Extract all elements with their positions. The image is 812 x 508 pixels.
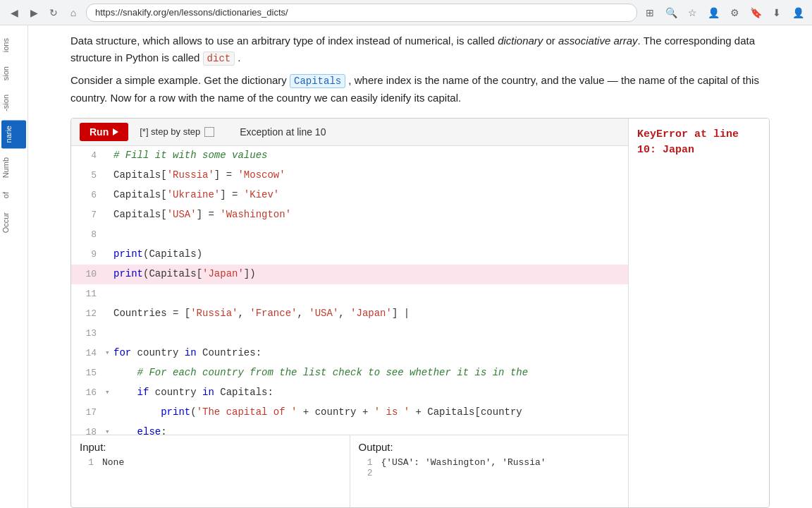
output-row-1: 1 {'USA': 'Washington', 'Russia' — [359, 457, 620, 468]
exception-text: Exception at line 10 — [240, 126, 326, 138]
line-num-14: 14 — [77, 345, 97, 361]
period: . — [235, 52, 240, 64]
code-area: Run [*] step by step Exception at line 1… — [70, 118, 770, 508]
line-fold-16[interactable]: ▾ — [105, 386, 113, 400]
home-button[interactable]: ⌂ — [66, 6, 80, 20]
step-by-step-area: [*] step by step — [140, 126, 214, 137]
italic-assoc-array: associative array — [558, 35, 638, 47]
line-fold-18[interactable]: ▾ — [105, 425, 113, 435]
input-value-1: None — [102, 457, 124, 468]
code-line-7: 7 Capitals['USA'] = 'Washington' — [71, 205, 628, 225]
line-code-10: print(Capitals['Japan']) — [113, 265, 256, 283]
browser-icons: ⊞ 🔍 ☆ 👤 ⚙ 🔖 ⬇ 👤 — [643, 6, 805, 20]
code-line-16: 16 ▾ if country in Capitals: — [71, 383, 628, 403]
line-num-10: 10 — [77, 266, 97, 282]
output-linenum-2: 2 — [359, 468, 373, 478]
line-code-15: # For each country from the list check t… — [113, 364, 528, 382]
line-num-12: 12 — [77, 306, 97, 322]
cast-icon[interactable]: ⊞ — [643, 6, 657, 20]
output-section: Output: 1 {'USA': 'Washington', 'Russia'… — [350, 435, 629, 507]
error-panel: KeyError at line 10: Japan — [628, 119, 769, 507]
intro-paragraph-1: Data structure, which allows to use an a… — [70, 32, 770, 66]
dict-code: dict — [203, 52, 235, 66]
back-button[interactable]: ◀ — [7, 6, 21, 20]
code-line-11: 11 — [71, 284, 628, 304]
main-content: ions sion -sion narie Numb of Occur Data… — [0, 25, 812, 508]
browser-bar: ◀ ▶ ↻ ⌂ https://snakify.org/en/lessons/d… — [0, 0, 812, 25]
output-content: 1 {'USA': 'Washington', 'Russia' 2 — [359, 457, 620, 478]
forward-button[interactable]: ▶ — [27, 6, 41, 20]
line-code-7: Capitals['USA'] = 'Washington' — [113, 206, 291, 224]
page-content: Data structure, which allows to use an a… — [28, 25, 812, 508]
code-line-13: 13 — [71, 324, 628, 344]
code-line-4: 4 # Fill it with some values — [71, 146, 628, 166]
line-num-18: 18 — [77, 424, 97, 435]
code-line-18: 18 ▾ else: — [71, 423, 628, 435]
code-line-6: 6 Capitals['Ukraine'] = 'Kiev' — [71, 186, 628, 205]
line-num-6: 6 — [77, 187, 97, 203]
sidebar-item-ions[interactable]: ions — [0, 32, 27, 58]
line-code-18: else: — [113, 423, 167, 435]
line-fold-14[interactable]: ▾ — [105, 346, 113, 361]
line-num-13: 13 — [77, 325, 97, 341]
intro-paragraph-2: Consider a simple example. Get the dicti… — [70, 72, 770, 106]
url-bar[interactable]: https://snakify.org/en/lessons/dictionar… — [86, 4, 637, 22]
intro-text-or: or — [543, 35, 558, 47]
capitals-code: Capitals — [290, 74, 345, 88]
bottom-section: Input: 1 None Output: 1 — [71, 435, 628, 507]
output-row-2: 2 — [359, 468, 620, 478]
input-label: Input: — [80, 441, 341, 453]
line-num-4: 4 — [77, 147, 97, 164]
code-line-17: 17 print('The capital of ' + country + '… — [71, 403, 628, 423]
code-line-8: 8 — [71, 225, 628, 245]
line-num-8: 8 — [77, 226, 97, 243]
sidebar-item-sion[interactable]: sion — [0, 61, 27, 86]
line-code-14: for country in Countries: — [113, 344, 262, 362]
code-line-15: 15 # For each country from the list chec… — [71, 363, 628, 383]
step-by-step-checkbox[interactable] — [204, 127, 214, 137]
code-line-9: 9 print(Capitals) — [71, 245, 628, 265]
code-line-10: 10 print(Capitals['Japan']) — [71, 265, 628, 284]
intro-text-area: Data structure, which allows to use an a… — [28, 25, 812, 118]
download-icon[interactable]: ⬇ — [770, 6, 784, 20]
sidebar-item-narie[interactable]: narie — [1, 120, 26, 148]
run-label: Run — [90, 126, 109, 138]
bookmark-icon[interactable]: 🔖 — [749, 6, 763, 20]
account-icon[interactable]: 👤 — [706, 6, 720, 20]
line-num-5: 5 — [77, 167, 97, 183]
settings-icon[interactable]: ⚙ — [727, 6, 742, 20]
code-line-5: 5 Capitals['Russia'] = 'Moscow' — [71, 166, 628, 186]
output-value-1: {'USA': 'Washington', 'Russia' — [381, 457, 546, 468]
search-icon[interactable]: 🔍 — [664, 6, 678, 20]
refresh-button[interactable]: ↻ — [47, 6, 61, 20]
sidebar-item-occur[interactable]: Occur — [0, 207, 27, 238]
sidebar-item-of[interactable]: of — [0, 186, 27, 204]
output-label: Output: — [359, 441, 620, 453]
input-section: Input: 1 None — [71, 435, 350, 507]
sidebar-item-numb[interactable]: Numb — [0, 152, 27, 183]
italic-dictionary: dictionary — [498, 35, 543, 47]
consider-text-1: Consider a simple example. Get the dicti… — [70, 74, 290, 86]
code-line-14: 14 ▾ for country in Countries: — [71, 344, 628, 363]
run-triangle-icon — [113, 128, 118, 135]
line-num-11: 11 — [77, 286, 97, 302]
line-code-6: Capitals['Ukraine'] = 'Kiev' — [113, 186, 279, 204]
line-num-16: 16 — [77, 385, 97, 401]
line-num-9: 9 — [77, 246, 97, 262]
run-button[interactable]: Run — [80, 123, 128, 141]
sidebar-item-b-sion[interactable]: -sion — [0, 89, 27, 117]
line-code-9: print(Capitals) — [113, 246, 202, 263]
line-code-4: # Fill it with some values — [113, 147, 267, 164]
url-text: https://snakify.org/en/lessons/dictionar… — [95, 7, 288, 18]
line-num-15: 15 — [77, 365, 97, 381]
step-by-step-label: [*] step by step — [140, 126, 200, 137]
profile-icon[interactable]: 👤 — [791, 6, 805, 20]
input-content: 1 None — [80, 457, 341, 468]
line-code-5: Capitals['Russia'] = 'Moscow' — [113, 167, 285, 184]
line-code-12: Countries = ['Russia', 'France', 'USA', … — [113, 305, 410, 322]
line-num-7: 7 — [77, 207, 97, 223]
error-text: KeyError at line 10: Japan — [637, 128, 739, 157]
code-line-12: 12 Countries = ['Russia', 'France', 'USA… — [71, 304, 628, 324]
code-lines: 4 # Fill it with some values 5 Capitals[… — [71, 146, 628, 435]
star-icon[interactable]: ☆ — [685, 6, 699, 20]
